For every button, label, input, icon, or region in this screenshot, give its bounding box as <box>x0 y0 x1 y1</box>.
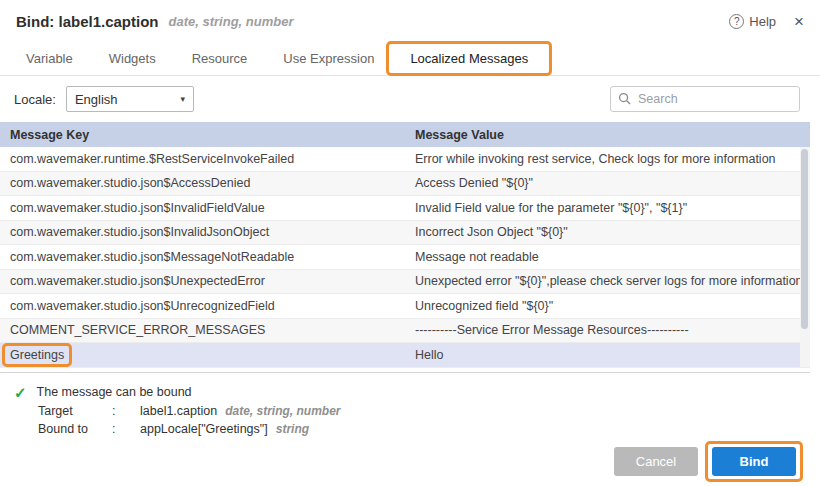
bound-to-type: string <box>276 422 309 436</box>
bind-status-panel: ✓ The message can be bound Target : labe… <box>0 373 820 436</box>
target-types: date, string, number <box>225 404 340 418</box>
chevron-down-icon: ▾ <box>180 94 185 104</box>
locale-label: Locale: <box>14 92 56 107</box>
message-key-cell: com.wavemaker.runtime.$RestServiceInvoke… <box>0 152 405 166</box>
table-row[interactable]: GreetingsHello <box>0 343 810 368</box>
table-row[interactable]: com.wavemaker.studio.json$UnexpectedErro… <box>0 270 810 295</box>
dialog-subtitle: date, string, number <box>169 14 294 29</box>
target-row: Target : label1.captiondate, string, num… <box>14 404 820 418</box>
table-row[interactable]: COMMENT_SERVICE_ERROR_MESSAGES----------… <box>0 319 810 344</box>
dialog-actions: Cancel Bind <box>614 447 796 476</box>
help-label: Help <box>749 14 776 29</box>
search-box <box>610 86 800 112</box>
dialog-header: Bind: label1.caption date, string, numbe… <box>0 0 820 42</box>
cancel-button[interactable]: Cancel <box>614 447 698 476</box>
table-row[interactable]: com.wavemaker.studio.json$UnrecognizedFi… <box>0 294 810 319</box>
message-key-cell: com.wavemaker.studio.json$AccessDenied <box>0 176 405 190</box>
message-key-cell: com.wavemaker.studio.json$InvalidFieldVa… <box>0 201 405 215</box>
column-header-message-value: Message Value <box>405 128 810 142</box>
status-line: ✓ The message can be bound <box>14 385 820 400</box>
header-actions: ? Help × <box>729 13 804 30</box>
tab-bar: VariableWidgetsResourceUse ExpressionLoc… <box>0 42 820 76</box>
table-row[interactable]: com.wavemaker.studio.json$InvalidFieldVa… <box>0 196 810 221</box>
help-icon: ? <box>729 14 744 29</box>
target-colon: : <box>112 404 140 418</box>
message-key-cell: COMMENT_SERVICE_ERROR_MESSAGES <box>0 323 405 337</box>
table-row[interactable]: com.wavemaker.studio.json$InvalidJsonObj… <box>0 221 810 246</box>
tab-variable[interactable]: Variable <box>8 42 91 75</box>
message-key-cell: com.wavemaker.studio.json$InvalidJsonObj… <box>0 225 405 239</box>
bound-to-colon: : <box>112 422 140 436</box>
message-key-text: Greetings <box>10 348 64 362</box>
message-key-cell: com.wavemaker.studio.json$UnexpectedErro… <box>0 274 405 288</box>
message-value-cell: Access Denied "${0}" <box>405 176 810 190</box>
help-button[interactable]: ? Help <box>729 14 776 29</box>
table-body: com.wavemaker.runtime.$RestServiceInvoke… <box>0 147 810 368</box>
table-header-row: Message Key Message Value <box>0 122 810 147</box>
table-row[interactable]: com.wavemaker.studio.json$MessageNotRead… <box>0 245 810 270</box>
dialog-title: Bind: label1.caption <box>16 13 159 30</box>
status-text: The message can be bound <box>37 385 192 399</box>
bind-dialog: Bind: label1.caption date, string, numbe… <box>0 0 820 486</box>
message-value-cell: Unexpected error "${0}",please check ser… <box>405 274 810 288</box>
target-value: label1.caption <box>140 404 217 418</box>
tab-widgets[interactable]: Widgets <box>91 42 174 75</box>
search-input[interactable] <box>610 86 800 112</box>
target-label: Target <box>38 404 112 418</box>
tab-resource[interactable]: Resource <box>174 42 266 75</box>
message-value-cell: Hello <box>405 348 810 362</box>
bound-to-label: Bound to <box>38 422 112 436</box>
bound-to-row: Bound to : appLocale["Greetings"]string <box>14 422 820 436</box>
message-value-cell: Error while invoking rest service, Check… <box>405 152 810 166</box>
table-row[interactable]: com.wavemaker.studio.json$AccessDeniedAc… <box>0 172 810 197</box>
message-key-cell: Greetings <box>0 348 405 362</box>
message-key-cell: com.wavemaker.studio.json$UnrecognizedFi… <box>0 299 405 313</box>
tab-localized-messages[interactable]: Localized Messages <box>392 42 546 75</box>
close-icon[interactable]: × <box>794 13 804 30</box>
table-scrollbar[interactable] <box>800 147 810 367</box>
column-header-message-key: Message Key <box>0 128 405 142</box>
scrollbar-thumb[interactable] <box>801 149 808 329</box>
bound-to-value-wrap: appLocale["Greetings"]string <box>140 422 309 436</box>
table-bottom-edge <box>0 368 810 373</box>
locale-select[interactable]: English ▾ <box>66 86 194 112</box>
message-value-cell: Invalid Field value for the parameter "$… <box>405 201 810 215</box>
locale-selected-value: English <box>75 92 118 107</box>
messages-table: Message Key Message Value com.wavemaker.… <box>0 122 810 373</box>
message-value-cell: Message not readable <box>405 250 810 264</box>
message-key-cell: com.wavemaker.studio.json$MessageNotRead… <box>0 250 405 264</box>
check-icon: ✓ <box>14 385 27 400</box>
bound-to-value: appLocale["Greetings"] <box>140 422 268 436</box>
toolbar: Locale: English ▾ <box>0 76 820 122</box>
tab-use-expression[interactable]: Use Expression <box>265 42 392 75</box>
message-value-cell: Unrecognized field "${0}" <box>405 299 810 313</box>
table-row[interactable]: com.wavemaker.runtime.$RestServiceInvoke… <box>0 147 810 172</box>
message-value-cell: ----------Service Error Message Resource… <box>405 323 810 337</box>
bind-button[interactable]: Bind <box>712 447 796 476</box>
message-value-cell: Incorrect Json Object "${0}" <box>405 225 810 239</box>
target-value-wrap: label1.captiondate, string, number <box>140 404 341 418</box>
